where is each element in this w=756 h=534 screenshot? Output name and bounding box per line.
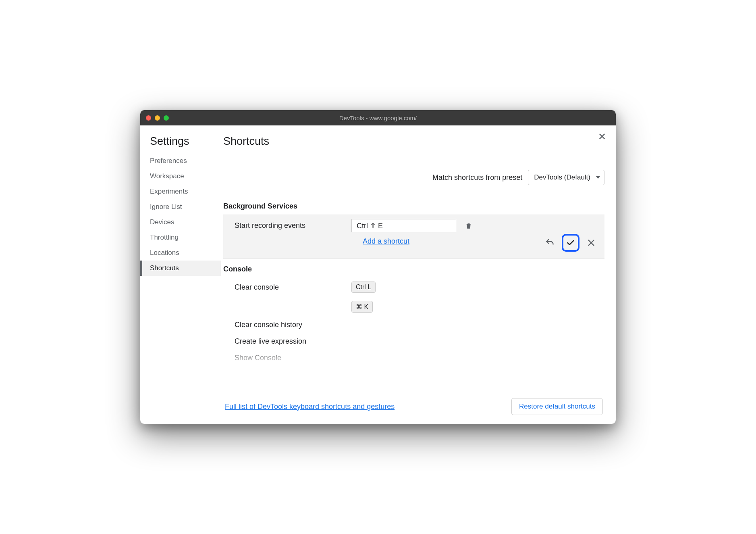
settings-main: Shortcuts Match shortcuts from preset De… <box>221 125 616 424</box>
add-shortcut-link[interactable]: Add a shortcut <box>363 237 409 246</box>
cancel-edit-button[interactable] <box>584 236 598 250</box>
shortcut-action-label: Create live expression <box>235 337 351 346</box>
zoom-window-button[interactable] <box>164 115 169 121</box>
shortcut-row-live-expression[interactable]: Create live expression <box>223 333 604 350</box>
preset-select[interactable]: DevTools (Default) <box>528 170 604 185</box>
sidebar-item-throttling[interactable]: Throttling <box>140 230 221 245</box>
sidebar-item-experiments[interactable]: Experiments <box>140 184 221 199</box>
editing-actions <box>543 234 598 252</box>
close-settings-button[interactable]: ✕ <box>598 132 606 142</box>
settings-footer: Full list of DevTools keyboard shortcuts… <box>223 392 604 424</box>
close-window-button[interactable] <box>146 115 151 121</box>
settings-content: ✕ Settings Preferences Workspace Experim… <box>140 125 616 424</box>
minimize-window-button[interactable] <box>155 115 160 121</box>
shortcuts-list-scroll: Clear console Ctrl L ⌘ K Clear console h… <box>223 277 604 366</box>
shortcut-row-clear-console-alt[interactable]: ⌘ K <box>223 297 604 317</box>
shortcut-action-label: Clear console history <box>235 321 351 329</box>
sidebar-item-locations[interactable]: Locations <box>140 245 221 261</box>
shortcut-row-clear-console[interactable]: Clear console Ctrl L <box>223 277 604 297</box>
confirm-shortcut-button[interactable] <box>562 234 579 252</box>
sidebar-item-workspace[interactable]: Workspace <box>140 169 221 184</box>
preset-label: Match shortcuts from preset <box>432 173 522 182</box>
sidebar-item-devices[interactable]: Devices <box>140 215 221 230</box>
sidebar-title: Settings <box>140 135 221 153</box>
shortcut-key: Ctrl L <box>351 282 376 293</box>
shortcut-input[interactable] <box>351 219 456 232</box>
editing-action-name: Start recording events <box>235 221 351 230</box>
full-shortcuts-list-link[interactable]: Full list of DevTools keyboard shortcuts… <box>225 403 395 411</box>
window-title: DevTools - www.google.com/ <box>140 115 616 121</box>
restore-defaults-button[interactable]: Restore default shortcuts <box>511 398 603 415</box>
delete-shortcut-button[interactable] <box>465 222 472 230</box>
devtools-window: DevTools - www.google.com/ ✕ Settings Pr… <box>140 110 616 424</box>
section-background-services: Background Services <box>223 200 604 215</box>
shortcut-row-show-console[interactable]: Show Console <box>223 350 604 366</box>
sidebar-item-preferences[interactable]: Preferences <box>140 153 221 169</box>
shortcut-key: ⌘ K <box>351 301 373 313</box>
preset-selected-value: DevTools (Default) <box>534 173 590 181</box>
chevron-down-icon <box>596 176 600 179</box>
section-console: Console <box>223 259 604 277</box>
settings-sidebar: Settings Preferences Workspace Experimen… <box>140 125 221 424</box>
window-titlebar: DevTools - www.google.com/ <box>140 110 616 125</box>
sidebar-item-ignore-list[interactable]: Ignore List <box>140 199 221 215</box>
preset-row: Match shortcuts from preset DevTools (De… <box>223 155 604 200</box>
shortcut-action-label: Clear console <box>235 283 351 292</box>
page-title: Shortcuts <box>223 135 604 155</box>
traffic-lights <box>146 115 169 121</box>
shortcut-action-label: Show Console <box>235 354 351 362</box>
shortcut-row-clear-history[interactable]: Clear console history <box>223 317 604 333</box>
undo-button[interactable] <box>543 236 557 250</box>
editing-shortcut-row: Start recording events <box>235 219 598 232</box>
sidebar-item-shortcuts[interactable]: Shortcuts <box>140 261 221 276</box>
editing-shortcut-block: Start recording events Add a shortcut <box>223 215 604 259</box>
